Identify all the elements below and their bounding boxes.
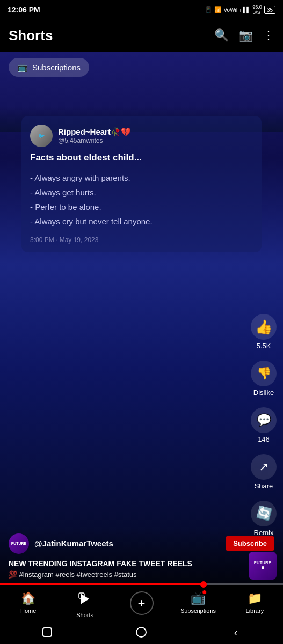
- video-tags: 💯 #instagram #reels #tweetreels #status: [9, 569, 274, 580]
- comment-icon-circle: 💬: [251, 407, 277, 433]
- tweet-timestamp: 3:00 PM · May 19, 2023: [30, 236, 253, 244]
- nav-home[interactable]: 🏠 Home: [0, 589, 56, 614]
- fact-2: - Always get hurts.: [30, 185, 253, 200]
- video-background: 🐦 Ripped~Heart🥀💔 @5.45amwrites_ Facts ab…: [0, 52, 283, 585]
- phone-icon: 📱: [205, 6, 212, 13]
- shorts-icon: [77, 591, 92, 610]
- sys-square-button[interactable]: [40, 625, 55, 640]
- sys-circle-icon: [136, 627, 147, 638]
- like-button[interactable]: 👍 5.5K: [251, 314, 277, 350]
- fact-4: - Always cry but never tell anyone.: [30, 214, 253, 229]
- tweet-avatar: 🐦: [30, 125, 53, 147]
- svg-marker-0: [81, 594, 89, 604]
- action-buttons: 👍 5.5K 👎 Dislike 💬 146 ↗ Share 🔄 Remix: [251, 314, 277, 537]
- video-title-line: NEW TRENDING INSTAGRAM FAKE TWEET REELS: [9, 558, 274, 569]
- status-icons: 📱 📶 VoWiFi ▌▌ 95.0B/S 35: [205, 4, 276, 15]
- page-title: Shorts: [9, 27, 53, 44]
- tweet-facts: - Always angry with parents. - Always ge…: [30, 171, 253, 229]
- library-icon: 📁: [248, 591, 262, 605]
- subscriptions-pill-icon: 📺: [17, 62, 28, 72]
- share-icon-circle: ↗: [251, 454, 277, 480]
- channel-thumbnail[interactable]: FUTURE⏸: [249, 552, 277, 580]
- share-icon: ↗: [259, 460, 269, 474]
- subscriptions-pill[interactable]: 📺 Subscriptions: [9, 58, 89, 77]
- subscriptions-badge: [202, 590, 207, 595]
- tweet-card: 🐦 Ripped~Heart🥀💔 @5.45amwrites_ Facts ab…: [21, 116, 262, 252]
- channel-avatar: FUTURE: [9, 533, 29, 554]
- more-icon[interactable]: ⋮: [263, 28, 274, 42]
- thumbs-down-icon: 👎: [257, 367, 271, 380]
- share-button[interactable]: ↗ Share: [251, 454, 277, 490]
- library-label: Library: [246, 608, 264, 614]
- home-label: Home: [20, 608, 36, 614]
- channel-name: @JatinKumarTweets: [34, 539, 220, 548]
- comment-button[interactable]: 💬 146: [251, 407, 277, 443]
- share-label: Share: [255, 482, 273, 490]
- tweet-user: Ripped~Heart🥀💔 @5.45amwrites_: [58, 127, 131, 144]
- shorts-label: Shorts: [76, 612, 93, 618]
- status-time: 12:06 PM: [8, 5, 40, 14]
- channel-thumb-text: FUTURE⏸: [254, 560, 271, 570]
- tweet-header: 🐦 Ripped~Heart🥀💔 @5.45amwrites_: [30, 125, 253, 147]
- nav-shorts[interactable]: Shorts: [56, 589, 113, 618]
- signal-icon: ▌▌: [243, 7, 250, 13]
- search-icon[interactable]: 🔍: [214, 28, 229, 42]
- speed-label: 95.0B/S: [252, 4, 262, 15]
- like-count: 5.5K: [257, 342, 271, 350]
- dislike-icon-circle: 👎: [251, 361, 277, 386]
- tweet-title: Facts about eldest child...: [30, 152, 253, 163]
- channel-row: FUTURE @JatinKumarTweets Subscribe: [9, 533, 274, 554]
- subscriptions-nav-icon: 📺: [191, 591, 205, 605]
- progress-bar[interactable]: [0, 583, 283, 585]
- bottom-info: FUTURE @JatinKumarTweets Subscribe NEW T…: [0, 528, 283, 586]
- dislike-button[interactable]: 👎 Dislike: [251, 361, 277, 397]
- comment-count: 146: [258, 435, 270, 443]
- nav-add[interactable]: +: [113, 589, 170, 615]
- fact-3: - Perfer to be alone.: [30, 200, 253, 214]
- sys-square-icon: [42, 627, 52, 637]
- subscribe-button[interactable]: Subscribe: [226, 536, 274, 551]
- system-nav-bar: ‹: [0, 620, 283, 644]
- battery-icon: 35: [264, 6, 275, 14]
- status-bar: 12:06 PM 📱 📶 VoWiFi ▌▌ 95.0B/S 35: [0, 0, 283, 19]
- nav-library[interactable]: 📁 Library: [227, 589, 283, 614]
- camera-icon[interactable]: 📷: [238, 28, 253, 42]
- progress-fill: [0, 583, 204, 585]
- channel-avatar-text: FUTURE: [11, 541, 26, 546]
- tweet-username: Ripped~Heart🥀💔: [58, 127, 131, 137]
- comment-icon: 💬: [257, 413, 271, 427]
- wifi-icon: 📶: [214, 6, 222, 13]
- bottom-nav: 🏠 Home Shorts + 📺 Subscriptions 📁 Librar…: [0, 585, 283, 620]
- header: Shorts 🔍 📷 ⋮: [0, 19, 283, 52]
- subscriptions-pill-label: Subscriptions: [32, 63, 81, 72]
- remix-icon: 🔄: [255, 505, 273, 522]
- sys-back-icon: ‹: [234, 626, 238, 639]
- shorts-svg-icon: [77, 591, 92, 606]
- header-icons: 🔍 📷 ⋮: [214, 28, 274, 42]
- remix-icon-circle: 🔄: [251, 501, 277, 526]
- nav-subscriptions[interactable]: 📺 Subscriptions: [170, 589, 226, 614]
- subscriptions-nav-label: Subscriptions: [180, 608, 216, 614]
- vowifi-label: VoWiFi: [224, 7, 241, 13]
- video-description: NEW TRENDING INSTAGRAM FAKE TWEET REELS …: [9, 558, 274, 580]
- sys-home-button[interactable]: [134, 625, 149, 640]
- dislike-label: Dislike: [253, 389, 274, 397]
- sys-back-button[interactable]: ‹: [228, 625, 243, 640]
- fact-1: - Always angry with parents.: [30, 171, 253, 185]
- thumbs-up-icon: 👍: [255, 319, 272, 335]
- tweet-handle: @5.45amwrites_: [58, 137, 131, 144]
- home-icon: 🏠: [21, 591, 35, 605]
- like-icon-circle: 👍: [251, 314, 277, 340]
- add-icon: +: [130, 591, 154, 615]
- tweet-avatar-icon: 🐦: [38, 133, 45, 139]
